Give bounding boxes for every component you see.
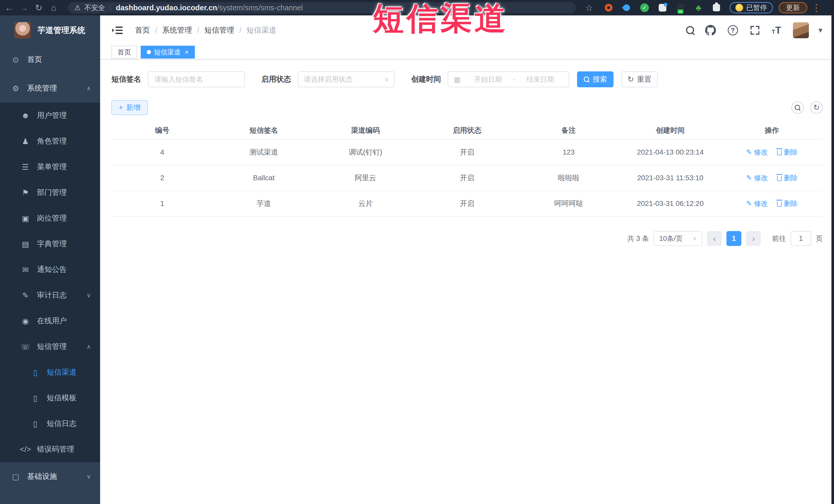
next-page-button[interactable]: › (746, 231, 761, 246)
sidebar-item-notice[interactable]: ✉通知公告 (0, 257, 100, 282)
avatar[interactable] (793, 22, 809, 38)
fullscreen-icon[interactable] (750, 25, 760, 36)
tab-home[interactable]: 首页 (111, 46, 137, 59)
edit-label: 修改 (754, 148, 768, 157)
toolbar-refresh-icon[interactable]: ↻ (810, 102, 823, 114)
tab-sms-channel[interactable]: 短信渠道× (141, 46, 195, 59)
sidebar-item-user-mgmt[interactable]: ☻用户管理 (0, 103, 100, 128)
sms-icon: ☏ (20, 342, 31, 351)
reload-icon[interactable]: ↻ (31, 3, 46, 13)
extension-gray-icon[interactable] (657, 2, 668, 14)
breadcrumb-item[interactable]: 首页 (135, 25, 150, 36)
sidebar-item-menu-mgmt[interactable]: ☰菜单管理 (0, 154, 100, 180)
sign-filter-input[interactable] (148, 71, 245, 87)
status-filter-select[interactable]: 请选择启用状态 ∨ (298, 71, 395, 87)
toolbar-search-icon[interactable] (791, 102, 804, 114)
url-bar[interactable]: ⚠ 不安全 dashboard.yudao.iocoder.cn/system/… (68, 2, 576, 13)
edit-link[interactable]: ✎修改 (746, 199, 768, 208)
delete-link[interactable]: 删除 (777, 199, 797, 208)
date-end-placeholder: 结束日期 (518, 75, 563, 84)
sidebar-item-home[interactable]: ⊙首页 (0, 45, 100, 74)
add-button[interactable]: + 新增 (111, 100, 148, 115)
emoji-face-icon (736, 4, 743, 12)
data-table: 编号短信签名渠道编码启用状态备注创建时间操作 4测试渠道调试(钉钉)开启1232… (111, 122, 823, 217)
column-header: 备注 (518, 126, 619, 135)
page-size-select[interactable]: 10条/页 ∨ (654, 231, 702, 246)
chevron-down-icon[interactable]: ▼ (817, 26, 824, 35)
extension-puzzle-icon[interactable] (710, 2, 722, 14)
dashboard-icon: ⊙ (10, 55, 22, 64)
paused-badge[interactable]: 已暂停 (729, 2, 773, 13)
pencil-icon: ✎ (746, 174, 752, 182)
audit-log-icon: ✎ (20, 291, 31, 300)
sidebar-item-label: 短信管理 (37, 342, 67, 352)
reset-button[interactable]: ↻ 重置 (621, 71, 658, 87)
search-button[interactable]: 搜索 (577, 71, 614, 87)
cell-created: 2021-04-13 00:23:14 (619, 148, 721, 156)
github-icon[interactable] (705, 25, 716, 36)
sidebar-item-dept-mgmt[interactable]: ⚑部门管理 (0, 180, 100, 205)
sidebar-item-system-mgmt[interactable]: ⚙系统管理∧ (0, 74, 100, 103)
column-header: 编号 (111, 126, 213, 135)
breadcrumb-separator: / (197, 26, 199, 35)
delete-link[interactable]: 删除 (777, 173, 797, 182)
delete-link[interactable]: 删除 (777, 148, 797, 157)
sidebar-item-label: 短信模板 (47, 393, 76, 403)
paused-badge-label: 已暂停 (746, 3, 767, 12)
app-logo-row[interactable]: 芋道管理系统 (0, 16, 100, 45)
close-icon[interactable]: × (185, 48, 189, 56)
current-page-button[interactable]: 1 (726, 231, 741, 246)
trash-icon (777, 150, 782, 155)
sidebar-item-audit-log[interactable]: ✎审计日志∨ (0, 282, 100, 308)
sidebar-item-online-user[interactable]: ◉在线用户 (0, 308, 100, 334)
cell-status: 开启 (416, 147, 518, 157)
extension-green-check-icon[interactable]: ✓ (639, 2, 651, 14)
update-button[interactable]: 更新 (778, 2, 807, 13)
extension-blue-drop-icon[interactable] (621, 2, 633, 14)
extension-on-badge-icon[interactable]: on (675, 2, 686, 14)
extension-orange-ring-icon[interactable] (603, 2, 615, 14)
sidebar-item-label: 菜单管理 (37, 162, 67, 172)
sidebar-item-error-code-mgmt[interactable]: </>错误码管理 (0, 437, 100, 462)
sidebar-item-label: 错误码管理 (37, 444, 74, 455)
back-icon[interactable]: ← (2, 3, 17, 13)
sidebar-item-post-mgmt[interactable]: ▣岗位管理 (0, 205, 100, 231)
forward-icon[interactable]: → (17, 3, 31, 13)
edit-label: 修改 (754, 199, 768, 208)
security-label[interactable]: 不安全 (84, 3, 105, 12)
breadcrumb-item[interactable]: 系统管理 (162, 25, 192, 36)
goto-page-input[interactable] (791, 231, 811, 246)
prev-page-button[interactable]: ‹ (707, 231, 722, 246)
sidebar-item-role-mgmt[interactable]: ♟角色管理 (0, 128, 100, 154)
bookmark-star-icon[interactable]: ☆ (582, 3, 596, 13)
help-icon[interactable]: ? (728, 25, 738, 36)
calendar-icon: ▦ (454, 75, 461, 84)
sidebar-item-sms-mgmt[interactable]: ☏短信管理∧ (0, 334, 100, 359)
status-filter-label: 启用状态 (261, 74, 291, 85)
pencil-icon: ✎ (746, 148, 752, 156)
breadcrumb-item[interactable]: 短信管理 (204, 25, 234, 36)
sidebar-item-infrastructure[interactable]: ▢基础设施∨ (0, 462, 100, 491)
sidebar-collapse-icon[interactable] (112, 26, 123, 35)
search-icon[interactable] (687, 27, 693, 34)
sidebar-item-sms-log[interactable]: ▯短信日志 (0, 411, 100, 437)
date-range-picker[interactable]: ▦ 开始日期 - 结束日期 (448, 71, 569, 87)
omnibox-divider (110, 4, 111, 11)
sidebar-item-sms-channel[interactable]: ▯短信渠道 (0, 359, 100, 385)
edit-link[interactable]: ✎修改 (746, 173, 768, 182)
edit-label: 修改 (754, 173, 768, 182)
cell-code: 阿里云 (315, 173, 416, 183)
font-size-icon[interactable]: TT (772, 25, 782, 35)
date-filter-label: 创建时间 (411, 74, 441, 85)
browser-menu-icon[interactable]: ⋮ (811, 2, 821, 13)
sidebar-item-dict-mgmt[interactable]: ▤字典管理 (0, 231, 100, 257)
edit-link[interactable]: ✎修改 (746, 148, 768, 157)
delete-label: 删除 (784, 199, 797, 208)
cell-code: 云片 (315, 199, 416, 209)
cell-actions: ✎修改删除 (721, 148, 823, 157)
sidebar-item-sms-template[interactable]: ▯短信模板 (0, 385, 100, 411)
sms-channel-icon: ▯ (29, 368, 41, 377)
home-icon[interactable]: ⌂ (46, 3, 61, 13)
extension-green-leaf-icon[interactable]: ♣ (693, 2, 704, 14)
date-start-placeholder: 开始日期 (465, 75, 511, 84)
